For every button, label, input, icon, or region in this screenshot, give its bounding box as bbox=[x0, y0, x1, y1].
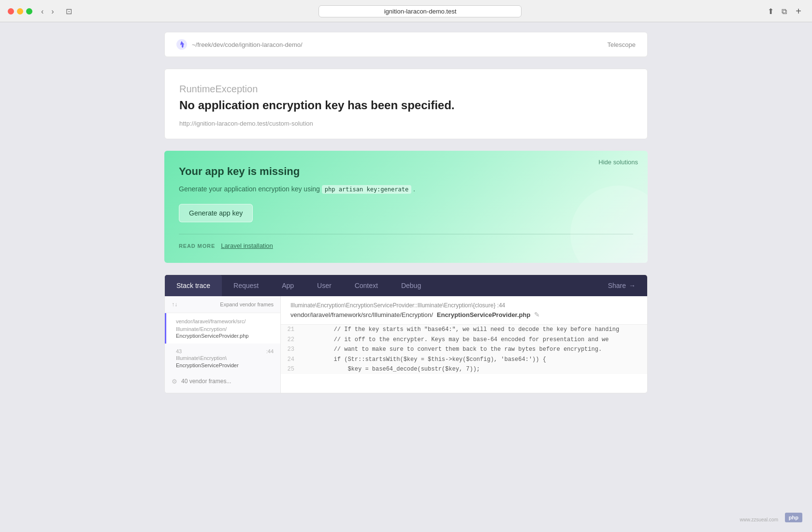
frame-number-43: 43 bbox=[176, 348, 274, 354]
gear-icon: ⚙ bbox=[172, 378, 177, 385]
traffic-lights bbox=[8, 8, 32, 14]
line-content-25: $key = base64_decode(substr($key, 7)); bbox=[300, 364, 490, 374]
frame-namespace-43: Illuminate\Encryption\ bbox=[176, 355, 274, 362]
line-number-25: 25 bbox=[281, 364, 300, 374]
frame-namespace-active: vendor/laravel/framework/src/Illuminate/… bbox=[176, 318, 274, 333]
frame-classname-active: EncryptionServiceProvider.php bbox=[176, 333, 274, 339]
code-line-21: 21 // If the key starts with "base64:", … bbox=[281, 325, 647, 334]
line-content-24: if (Str::startsWith($key = $this->key($c… bbox=[300, 355, 556, 364]
line-content-21: // If the key starts with "base64:", we … bbox=[300, 325, 629, 334]
tab-request[interactable]: Request bbox=[222, 275, 270, 296]
code-view: 21 // If the key starts with "base64:", … bbox=[281, 325, 647, 374]
stack-frames-panel: ↑↓ Expand vendor frames vendor/laravel/f… bbox=[165, 296, 281, 393]
stack-body: ↑↓ Expand vendor frames vendor/laravel/f… bbox=[165, 296, 647, 393]
solution-command: php artisan key:generate bbox=[322, 185, 411, 194]
vendor-count-text: 40 vendor frames... bbox=[181, 378, 231, 385]
tab-debug[interactable]: Debug bbox=[390, 275, 433, 296]
stack-frames-header: ↑↓ Expand vendor frames bbox=[165, 296, 280, 313]
read-more-link[interactable]: Laravel installation bbox=[221, 242, 273, 249]
nav-buttons: ‹ › bbox=[38, 6, 57, 17]
read-more-label: READ MORE bbox=[179, 243, 215, 249]
tab-context[interactable]: Context bbox=[343, 275, 390, 296]
line-content-23: // want to make sure to convert them bac… bbox=[300, 345, 611, 354]
error-url: http://ignition-laracon-demo.test/custom… bbox=[179, 120, 633, 127]
generate-app-key-button[interactable]: Generate app key bbox=[179, 204, 253, 222]
back-button[interactable]: ‹ bbox=[38, 6, 46, 17]
code-line-23: 23 // want to make sure to convert them … bbox=[281, 345, 647, 354]
vendor-frames-collapsed[interactable]: ⚙ 40 vendor frames... bbox=[165, 373, 280, 390]
forward-button[interactable]: › bbox=[48, 6, 57, 17]
code-header: Illuminate\Encryption\EncryptionServiceP… bbox=[281, 296, 647, 325]
tab-app[interactable]: App bbox=[270, 275, 305, 296]
tab-user[interactable]: User bbox=[305, 275, 343, 296]
frame-item-43[interactable]: :44 43 Illuminate\Encryption\ Encryption… bbox=[165, 344, 280, 373]
header-bar: ~/freek/dev/code/ignition-laracon-demo/ … bbox=[164, 32, 648, 57]
sidebar-button[interactable]: ⊡ bbox=[63, 6, 75, 17]
line-number-21: 21 bbox=[281, 325, 300, 334]
error-message: No application encryption key has been s… bbox=[179, 99, 633, 112]
header-path-text: ~/freek/dev/code/ignition-laracon-demo/ bbox=[192, 41, 303, 48]
minimize-button[interactable] bbox=[17, 8, 23, 14]
tab-stack-trace[interactable]: Stack trace bbox=[165, 275, 222, 296]
telescope-link[interactable]: Telescope bbox=[607, 41, 636, 48]
share-icon: → bbox=[629, 282, 636, 289]
code-line-24: 24 if (Str::startsWith($key = $this->key… bbox=[281, 355, 647, 364]
stack-section: Stack trace Request App User Context Deb… bbox=[164, 274, 648, 393]
solution-description: Generate your application encryption key… bbox=[179, 184, 633, 194]
url-input[interactable] bbox=[319, 5, 522, 17]
browser-actions: ⬆ ⧉ + bbox=[766, 5, 804, 18]
edit-file-icon[interactable]: ✎ bbox=[534, 311, 540, 318]
code-file-name: EncryptionServiceProvider.php bbox=[437, 311, 531, 318]
tab-manage-button[interactable]: ⧉ bbox=[780, 5, 789, 18]
tab-share[interactable]: Share → bbox=[596, 275, 647, 296]
solution-section: Hide solutions Your app key is missing G… bbox=[164, 151, 648, 263]
solution-desc-suffix: . bbox=[413, 185, 415, 193]
expand-vendor-frames-button[interactable]: Expand vendor frames bbox=[220, 302, 274, 307]
ignition-logo-icon bbox=[176, 39, 187, 50]
read-more-section: READ MORE Laravel installation bbox=[179, 234, 633, 249]
line-number-24: 24 bbox=[281, 355, 300, 364]
frame-line-43: :44 bbox=[266, 348, 274, 354]
header-path: ~/freek/dev/code/ignition-laracon-demo/ bbox=[176, 39, 303, 50]
code-line-25: 25 $key = base64_decode(substr($key, 7))… bbox=[281, 364, 647, 374]
code-class-line: :44 bbox=[497, 302, 506, 309]
frame-classname-43: EncryptionServiceProvider bbox=[176, 362, 274, 368]
error-type: RuntimeException bbox=[179, 84, 633, 95]
code-panel: Illuminate\Encryption\EncryptionServiceP… bbox=[281, 296, 647, 393]
maximize-button[interactable] bbox=[26, 8, 32, 14]
line-number-23: 23 bbox=[281, 345, 300, 354]
share-browser-button[interactable]: ⬆ bbox=[766, 5, 776, 18]
hide-solutions-button[interactable]: Hide solutions bbox=[598, 158, 638, 166]
solution-title: Your app key is missing bbox=[179, 165, 633, 178]
line-content-22: // it off to the encrypter. Keys may be … bbox=[300, 335, 619, 345]
browser-chrome: ‹ › ⊡ ⬆ ⧉ + bbox=[0, 0, 812, 22]
code-line-22: 22 // it off to the encrypter. Keys may … bbox=[281, 335, 647, 345]
frame-item-active[interactable]: vendor/laravel/framework/src/Illuminate/… bbox=[165, 313, 280, 344]
code-file-dir: vendor/laravel/framework/src/Illuminate/… bbox=[290, 311, 433, 318]
page-content: ~/freek/dev/code/ignition-laracon-demo/ … bbox=[164, 22, 648, 413]
solution-desc-prefix: Generate your application encryption key… bbox=[179, 185, 320, 193]
code-file-path: vendor/laravel/framework/src/Illuminate/… bbox=[290, 311, 638, 318]
stack-tabs: Stack trace Request App User Context Deb… bbox=[165, 275, 647, 296]
add-tab-button[interactable]: + bbox=[793, 5, 804, 18]
error-section: RuntimeException No application encrypti… bbox=[164, 69, 648, 139]
line-number-22: 22 bbox=[281, 335, 300, 345]
sort-icons[interactable]: ↑↓ bbox=[172, 301, 177, 308]
code-class-name: Illuminate\Encryption\EncryptionServiceP… bbox=[290, 302, 495, 309]
code-class-path: Illuminate\Encryption\EncryptionServiceP… bbox=[290, 302, 638, 309]
close-button[interactable] bbox=[8, 8, 14, 14]
url-bar bbox=[81, 5, 760, 17]
